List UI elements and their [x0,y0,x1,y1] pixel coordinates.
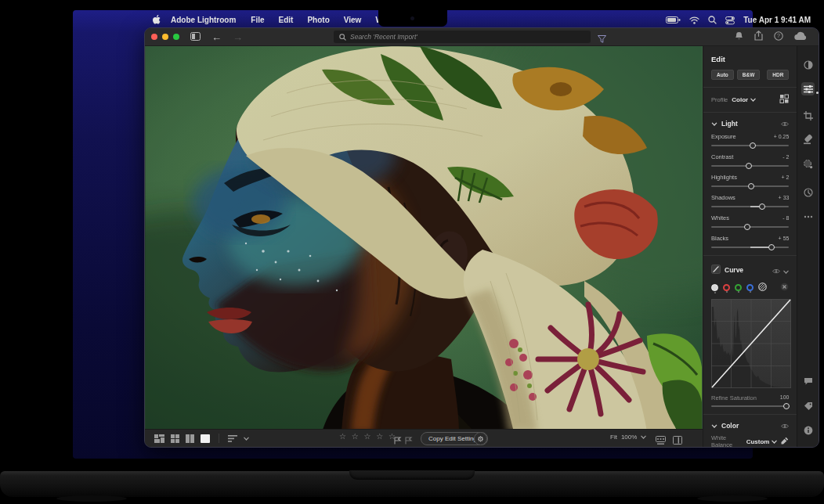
back-arrow-icon[interactable]: ← [211,32,222,42]
spotlight-search-icon[interactable] [708,16,717,24]
slider-value: + 55 [779,236,790,241]
slider-row: Whites- 8 [711,214,789,228]
laptop-foot-right [697,495,768,502]
edit-sliders-icon-active[interactable] [801,82,815,95]
battery-icon[interactable] [666,16,681,23]
star-rating[interactable]: ☆ ☆ ☆ ☆ ☆ [339,432,397,441]
photo-grid-view-icon[interactable] [154,434,164,443]
versions-history-icon[interactable] [801,185,815,199]
curve-section-title[interactable]: Curve [725,266,743,274]
masking-icon[interactable] [801,157,815,171]
whites-slider[interactable] [711,226,789,228]
slider-row: Shadows+ 33 [711,194,789,207]
hdr-button[interactable]: HDR [767,70,789,80]
search-input[interactable]: Search 'Recent Import' [334,31,591,43]
section-chevron-icon[interactable] [711,424,717,428]
keyword-tag-icon[interactable] [801,399,815,412]
slider-row: Contrast- 2 [711,153,789,167]
svg-text:?: ? [777,33,780,38]
sort-order-icon[interactable] [228,435,237,442]
notifications-bell-icon[interactable] [735,30,743,44]
menubar-clock[interactable]: Tue Apr 1 9:41 AM [743,16,811,24]
square-grid-view-icon[interactable] [171,434,179,443]
reject-flag-icon[interactable] [405,434,412,448]
zoom-window-button[interactable] [173,34,179,40]
filter-funnel-icon[interactable] [598,32,606,46]
before-after-icon[interactable] [673,434,682,448]
shadows-slider[interactable] [711,206,789,207]
filmstrip-toggle-icon[interactable] [656,434,666,448]
curve-reset-icon[interactable] [780,280,789,294]
exposure-slider[interactable] [711,145,789,146]
help-icon[interactable]: ? [774,30,783,44]
laptop-screen: Adobe Lightroom File Edit Photo View Win… [69,2,757,463]
curve-visibility-eye-icon[interactable] [772,263,780,277]
slider-knob[interactable] [744,224,750,230]
pick-flag-icon[interactable] [394,434,401,448]
share-icon[interactable] [754,30,763,44]
close-window-button[interactable] [151,34,157,40]
menu-edit[interactable]: Edit [279,16,294,24]
section-chevron-icon[interactable] [711,122,717,126]
adjust-presets-icon[interactable] [801,58,815,71]
tone-curve-graph[interactable] [711,299,789,391]
refine-saturation-slider[interactable] [711,405,789,407]
detail-view-icon-active[interactable] [201,434,210,443]
highlights-slider[interactable] [711,185,789,187]
compare-view-icon[interactable] [186,434,194,443]
auto-button[interactable]: Auto [711,70,734,80]
curve-collapse-chevron-icon[interactable] [783,263,789,277]
white-balance-eyedropper-icon[interactable] [781,437,789,446]
menu-photo[interactable]: Photo [307,16,329,24]
curve-channel-red[interactable] [723,284,730,291]
comments-icon[interactable] [801,375,815,388]
control-center-icon[interactable] [725,16,735,24]
photo-canvas[interactable] [145,46,703,429]
info-icon[interactable] [801,423,815,437]
more-options-icon[interactable] [801,210,815,223]
slider-knob[interactable] [748,183,754,189]
sort-chevron-icon[interactable] [244,437,249,441]
slider-knob[interactable] [746,163,752,169]
slider-value: - 2 [782,154,789,160]
curve-tool-icon [711,263,721,277]
color-visibility-eye-icon[interactable] [781,423,789,429]
light-section-title[interactable]: Light [721,120,738,128]
curve-channel-green[interactable] [735,284,742,291]
curve-channel-parametric[interactable] [758,280,767,294]
slider-knob[interactable] [759,203,765,210]
white-balance-label: White Balance [711,434,743,447]
window-titlebar: ← → Search 'Recent Import' ? [145,28,819,46]
bw-button[interactable]: B&W [737,70,761,80]
curve-channel-rgb[interactable] [711,284,718,291]
menu-file[interactable]: File [251,16,264,24]
cloud-sync-icon[interactable] [794,30,808,44]
wifi-icon[interactable] [689,16,699,24]
laptop-base [0,471,824,497]
menubar-app-name[interactable]: Adobe Lightroom [171,16,236,24]
contrast-slider[interactable] [711,165,789,167]
zoom-level-value[interactable]: 100% [621,434,637,441]
zoom-fit-button[interactable]: Fit [610,434,617,441]
minimize-window-button[interactable] [162,34,168,40]
curve-channel-blue[interactable] [746,284,754,291]
crop-rotate-icon[interactable] [801,109,815,122]
color-section-title[interactable]: Color [721,422,739,430]
profile-browser-icon[interactable] [780,95,789,105]
white-balance-dropdown[interactable]: Custom [746,438,778,445]
slider-label: Exposure [711,133,736,140]
tool-strip [797,46,819,447]
slider-label: Highlights [711,174,737,181]
apple-menu-icon[interactable] [153,15,161,26]
zoom-chevron-icon[interactable] [641,434,646,441]
slider-knob[interactable] [750,142,756,149]
sidebar-toggle-icon[interactable] [190,32,201,42]
forward-arrow-icon[interactable]: → [233,32,243,42]
profile-value-dropdown[interactable]: Color [732,96,756,103]
slider-knob[interactable] [783,403,790,409]
healing-remove-icon[interactable] [801,133,815,146]
blacks-slider[interactable] [711,247,789,248]
slider-knob[interactable] [768,244,775,250]
light-visibility-eye-icon[interactable] [781,121,789,127]
menu-view[interactable]: View [344,16,362,24]
